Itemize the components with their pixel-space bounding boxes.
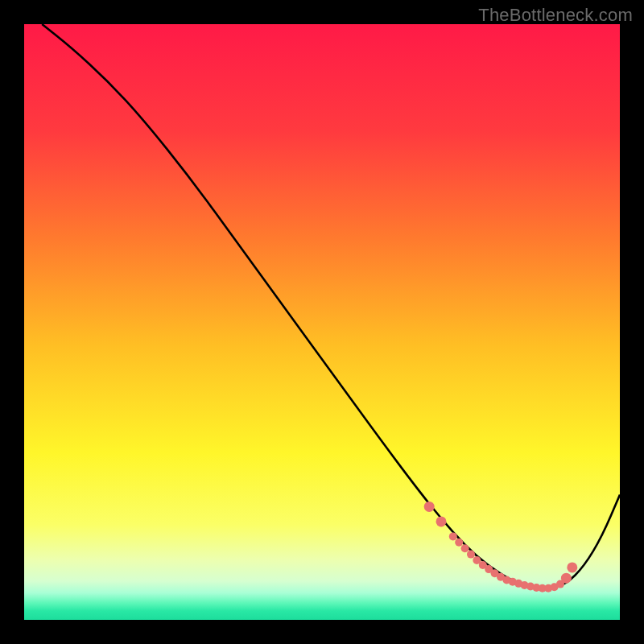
plot-area bbox=[24, 24, 620, 620]
marker-point bbox=[449, 532, 457, 540]
watermark-text: TheBottleneck.com bbox=[478, 5, 633, 26]
marker-point bbox=[561, 573, 572, 584]
chart-stage: TheBottleneck.com bbox=[0, 0, 644, 644]
gradient-background bbox=[24, 24, 620, 620]
marker-point bbox=[567, 562, 577, 572]
marker-point bbox=[455, 539, 463, 547]
marker-point bbox=[467, 551, 475, 559]
chart-svg bbox=[24, 24, 620, 620]
marker-point bbox=[436, 516, 447, 526]
marker-point bbox=[461, 544, 469, 552]
marker-point bbox=[424, 502, 435, 512]
